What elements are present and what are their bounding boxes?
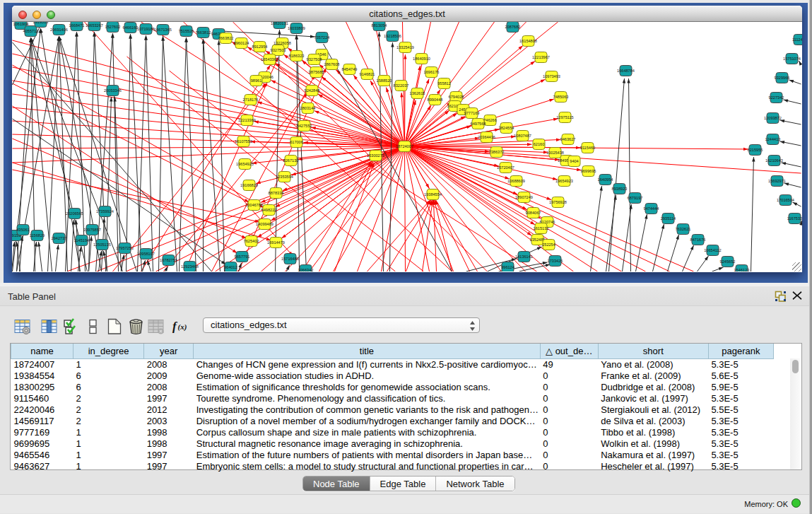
svg-text:62160: 62160 xyxy=(534,142,545,146)
svg-text:8813054: 8813054 xyxy=(372,23,387,28)
svg-text:20206565: 20206565 xyxy=(66,211,83,216)
svg-text:9327503: 9327503 xyxy=(271,48,286,52)
svg-text:16782759: 16782759 xyxy=(160,258,177,262)
svg-text:9699695: 9699695 xyxy=(581,169,596,173)
svg-text:12975115: 12975115 xyxy=(556,115,573,119)
svg-text:964012: 964012 xyxy=(224,265,237,269)
svg-text:33975857: 33975857 xyxy=(83,228,101,232)
svg-text:16671365: 16671365 xyxy=(154,28,172,32)
svg-text:1588520: 1588520 xyxy=(377,78,392,83)
svg-text:10820131: 10820131 xyxy=(271,22,288,25)
svg-text:18907249: 18907249 xyxy=(515,195,533,199)
svg-text:252254: 252254 xyxy=(542,243,555,247)
svg-text:996124: 996124 xyxy=(501,265,514,269)
svg-text:7663822: 7663822 xyxy=(218,36,234,40)
svg-text:13325419: 13325419 xyxy=(396,45,414,49)
svg-text:14136141: 14136141 xyxy=(515,255,533,259)
svg-text:6879197: 6879197 xyxy=(628,196,643,200)
svg-text:20691406: 20691406 xyxy=(50,28,68,32)
svg-text:19654925: 19654925 xyxy=(236,162,254,166)
svg-text:20053346: 20053346 xyxy=(104,88,122,93)
svg-text:17016504: 17016504 xyxy=(777,198,794,202)
svg-text:435061: 435061 xyxy=(16,228,30,232)
svg-text:16543362: 16543362 xyxy=(261,57,278,62)
svg-text:18640910: 18640910 xyxy=(413,57,430,61)
svg-text:3824554: 3824554 xyxy=(499,126,514,130)
svg-text:15692971: 15692971 xyxy=(768,179,786,183)
svg-text:1919513: 1919513 xyxy=(33,22,49,24)
svg-text:15300275: 15300275 xyxy=(367,153,384,158)
svg-text:16154808: 16154808 xyxy=(519,39,537,43)
svg-text:9327508: 9327508 xyxy=(307,57,322,62)
svg-text:1668471: 1668471 xyxy=(69,23,85,28)
svg-text:12213369: 12213369 xyxy=(238,118,256,122)
svg-text:6497568: 6497568 xyxy=(471,122,486,126)
svg-text:9227342: 9227342 xyxy=(769,95,784,100)
svg-text:16914479: 16914479 xyxy=(267,240,285,245)
svg-text:1244413: 1244413 xyxy=(765,137,781,141)
svg-text:16033809: 16033809 xyxy=(288,26,305,30)
svg-text:8215955: 8215955 xyxy=(748,148,763,152)
svg-text:18724007: 18724007 xyxy=(396,144,413,148)
svg-text:8454749: 8454749 xyxy=(342,67,358,71)
svg-text:1527602: 1527602 xyxy=(105,25,121,29)
svg-text:9329966: 9329966 xyxy=(775,76,790,80)
svg-text:19654923: 19654923 xyxy=(555,179,573,183)
svg-text:1546123: 1546123 xyxy=(734,268,750,272)
svg-text:12505135: 12505135 xyxy=(93,243,111,247)
svg-text:1733426: 1733426 xyxy=(548,259,563,263)
svg-text:8186323: 8186323 xyxy=(289,54,305,58)
svg-text:15716485: 15716485 xyxy=(281,257,299,261)
svg-text:8990448: 8990448 xyxy=(428,98,443,102)
svg-text:2803144: 2803144 xyxy=(300,106,316,110)
svg-text:7625402: 7625402 xyxy=(244,239,259,243)
svg-text:1696176: 1696176 xyxy=(424,70,440,74)
svg-text:17359924: 17359924 xyxy=(96,209,114,214)
svg-text:7357224: 7357224 xyxy=(314,35,330,40)
svg-text:98961: 98961 xyxy=(251,78,262,83)
svg-text:12213967: 12213967 xyxy=(532,55,550,59)
svg-text:4055712: 4055712 xyxy=(23,29,39,33)
svg-text:15751074: 15751074 xyxy=(783,57,801,61)
svg-text:16107553: 16107553 xyxy=(235,139,252,144)
svg-text:14099489: 14099489 xyxy=(256,222,273,226)
svg-text:10973493: 10973493 xyxy=(543,74,560,78)
svg-text:8878334: 8878334 xyxy=(269,191,284,195)
svg-text:2087682: 2087682 xyxy=(505,25,521,29)
svg-text:1362615: 1362615 xyxy=(410,91,425,95)
svg-text:9404: 9404 xyxy=(570,159,578,163)
svg-text:12093872: 12093872 xyxy=(764,116,782,120)
svg-text:9245652: 9245652 xyxy=(720,259,736,264)
svg-text:8938923: 8938923 xyxy=(612,187,628,191)
svg-text:8322037: 8322037 xyxy=(394,83,409,88)
svg-text:3875685: 3875685 xyxy=(309,70,324,74)
svg-text:1156829: 1156829 xyxy=(30,233,45,238)
svg-text:20364436: 20364436 xyxy=(478,135,495,139)
svg-text:12923468: 12923468 xyxy=(181,264,199,269)
svg-text:617006: 617006 xyxy=(290,140,303,144)
svg-text:7632621: 7632621 xyxy=(676,227,691,231)
svg-text:10025438: 10025438 xyxy=(546,151,564,155)
svg-text:10046788: 10046788 xyxy=(245,203,263,207)
svg-text:2935114: 2935114 xyxy=(661,216,676,221)
svg-text:10958107: 10958107 xyxy=(137,252,155,256)
svg-text:19384554: 19384554 xyxy=(424,192,442,197)
svg-text:9777169: 9777169 xyxy=(464,111,480,115)
svg-text:1061904: 1061904 xyxy=(13,22,29,26)
svg-text:10653267: 10653267 xyxy=(86,23,103,28)
svg-text:8267130: 8267130 xyxy=(283,158,299,163)
svg-text:(x): (x) xyxy=(178,322,187,332)
svg-text:1615132: 1615132 xyxy=(534,226,549,230)
svg-text:7386372: 7386372 xyxy=(489,150,505,154)
svg-text:1066342: 1066342 xyxy=(298,268,314,272)
svg-text:9084067: 9084067 xyxy=(526,211,541,215)
svg-text:9463627: 9463627 xyxy=(560,137,576,141)
svg-text:1145194: 1145194 xyxy=(74,238,89,243)
svg-text:10654112: 10654112 xyxy=(704,248,721,252)
svg-text:2867608: 2867608 xyxy=(324,62,340,66)
svg-text:12353594: 12353594 xyxy=(276,175,293,179)
svg-text:19166829: 19166829 xyxy=(240,183,258,187)
svg-text:2718176: 2718176 xyxy=(243,98,259,102)
svg-text:7515526: 7515526 xyxy=(179,29,194,33)
svg-text:10719185: 10719185 xyxy=(137,27,155,31)
